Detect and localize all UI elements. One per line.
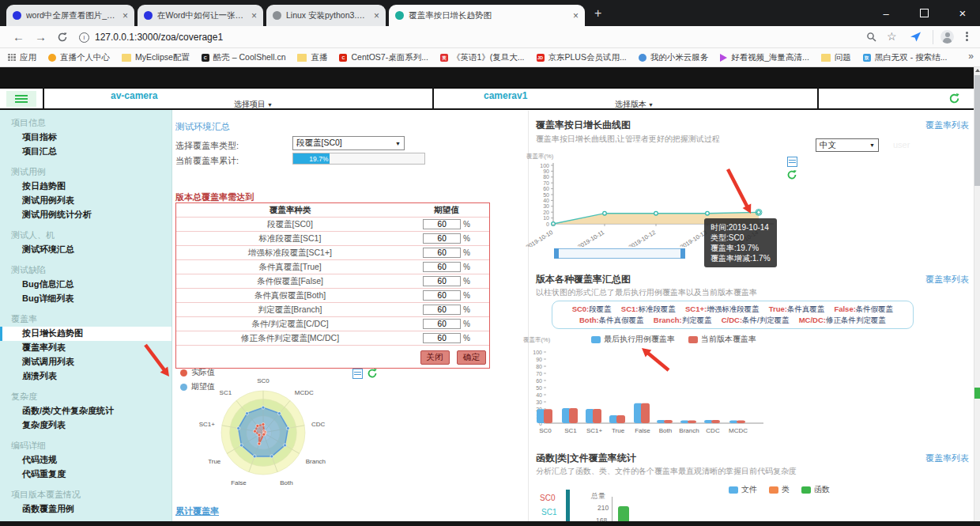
expected-value-input[interactable] xyxy=(423,262,461,272)
new-tab-button[interactable]: + xyxy=(594,6,601,21)
zoom-search-icon[interactable] xyxy=(866,32,877,43)
reload-icon[interactable] xyxy=(57,32,68,43)
bookmark-item[interactable]: 我的小米云服务 xyxy=(639,52,709,63)
sidebar-item[interactable]: 函数覆盖用例 xyxy=(0,502,172,517)
logout-link[interactable]: 注销 xyxy=(936,140,953,152)
browser-tab[interactable]: Linux 安装python3.7.0 - nonze× xyxy=(266,5,386,26)
expected-value-input[interactable] xyxy=(423,233,461,244)
close-button[interactable]: × xyxy=(945,0,980,26)
mini-row-label[interactable]: SC1 xyxy=(541,508,556,517)
minimize-button[interactable]: – xyxy=(869,1,903,27)
page-scrollbar[interactable] xyxy=(974,67,980,526)
sidebar-item[interactable]: 代码重复度 xyxy=(0,467,172,482)
expected-value-input[interactable] xyxy=(423,290,461,301)
refresh-icon[interactable] xyxy=(948,93,960,104)
expected-value-input[interactable] xyxy=(423,276,461,286)
project-selector[interactable]: 选择项目 ▼ xyxy=(234,99,273,110)
bookmark-item[interactable]: 英《英语1》(复旦大... xyxy=(440,52,525,63)
bookmark-item[interactable]: MyEclipse配置 xyxy=(122,52,190,63)
datazoom-slider[interactable] xyxy=(555,248,684,259)
expected-value-input[interactable] xyxy=(423,248,461,258)
browser-tab[interactable]: 在Word中如何让一张图片全屏显× xyxy=(138,5,263,26)
project-name-link[interactable]: av-camera xyxy=(111,90,157,101)
version-selector[interactable]: 选择版本 ▼ xyxy=(615,99,654,110)
sidebar-item[interactable]: Bug详细列表 xyxy=(0,292,172,306)
coverage-list-link[interactable]: 覆盖率列表 xyxy=(925,274,969,286)
sidebar-item[interactable]: 测试用例统计分析 xyxy=(0,208,172,222)
slider-handle-right[interactable] xyxy=(680,248,685,259)
env-summary-link[interactable]: 测试环境汇总 xyxy=(175,121,230,133)
bookmark-item[interactable]: 直播个人中心 xyxy=(48,52,110,63)
expected-value-input[interactable] xyxy=(423,333,461,343)
sidebar-item[interactable]: 项目汇总 xyxy=(0,145,172,159)
confirm-button[interactable]: 确定 xyxy=(457,350,486,365)
bookmark-label: 应用 xyxy=(20,52,36,63)
unit-label: % xyxy=(461,263,470,271)
coverage-list-link[interactable]: 覆盖率列表 xyxy=(925,119,969,131)
version-name-link[interactable]: camerav1 xyxy=(484,90,527,101)
language-select[interactable]: 中文 ▼ xyxy=(816,138,879,152)
refresh-icon[interactable] xyxy=(786,169,797,180)
browser-tab[interactable]: word中全屏查看图片_百度搜索× xyxy=(6,5,134,26)
profile-avatar[interactable] xyxy=(940,30,954,44)
tab-close-icon[interactable]: × xyxy=(251,11,257,21)
target-table-title[interactable]: 版本总覆盖率需达到 xyxy=(175,191,254,203)
browser-tab[interactable]: 覆盖率按日增长趋势图× xyxy=(389,5,585,26)
expected-value-input[interactable] xyxy=(423,305,461,315)
expected-value-input[interactable] xyxy=(423,319,461,329)
bookmark-item[interactable]: C酷壳 – CoolShell.cn xyxy=(202,52,286,63)
expected-value-input[interactable] xyxy=(423,219,461,229)
username[interactable]: user xyxy=(893,140,910,149)
bookmark-item[interactable]: 好看视频_海量高清... xyxy=(720,52,809,63)
menu-toggle-icon[interactable] xyxy=(6,91,36,107)
tab-close-icon[interactable]: × xyxy=(573,11,579,21)
refresh-icon[interactable] xyxy=(367,368,378,379)
slider-handle-left[interactable] xyxy=(554,248,559,259)
bookmarks-overflow-icon[interactable]: » xyxy=(968,51,974,62)
mini-row-label[interactable]: SC0 xyxy=(540,494,555,502)
sidebar-item[interactable]: 复杂度列表 xyxy=(0,418,172,433)
legend-item[interactable]: 当前版本覆盖率 xyxy=(688,334,756,345)
bookmark-item[interactable]: CCentOS7-桌面系列... xyxy=(339,52,428,63)
bookmark-item[interactable]: 应用 xyxy=(8,52,36,63)
legend-item[interactable]: 文件 xyxy=(729,484,757,495)
bookmark-item[interactable]: 直播 xyxy=(297,52,327,63)
sidebar-item[interactable]: 按日趋势图 xyxy=(0,180,172,194)
scrollbar-thumb[interactable] xyxy=(974,75,980,186)
legend-item[interactable]: 函数 xyxy=(801,484,830,495)
forward-icon[interactable]: → xyxy=(35,31,47,43)
sidebar-item[interactable]: 项目指标 xyxy=(0,131,172,145)
tab-close-icon[interactable]: × xyxy=(122,11,128,21)
data-view-icon[interactable] xyxy=(352,369,363,379)
sidebar-item[interactable]: 崩溃列表 xyxy=(0,369,172,384)
extension-icon[interactable] xyxy=(910,32,922,43)
legend-item[interactable]: 类 xyxy=(769,484,790,495)
bookmark-item[interactable]: 双黑白无双 - 搜索结... xyxy=(863,52,948,63)
bookmark-item[interactable]: JD京东PLUS会员试用... xyxy=(537,52,627,63)
bookmark-star-icon[interactable]: ☆ xyxy=(887,30,897,43)
scroll-up-icon[interactable] xyxy=(975,69,980,72)
sidebar-item[interactable]: 函数/类/文件复杂度统计 xyxy=(0,404,172,418)
cumulative-coverage-link[interactable]: 累计覆盖率 xyxy=(175,505,219,517)
sidebar-item[interactable]: Bug信息汇总 xyxy=(0,278,172,292)
legend-item[interactable]: 最后执行用例覆盖率 xyxy=(591,334,675,345)
address-bar[interactable]: 127.0.0.1:3000/zoa/coverage1 xyxy=(95,32,223,43)
sidebar-item[interactable]: 测试用例列表 xyxy=(0,194,172,208)
tab-close-icon[interactable]: × xyxy=(374,11,379,21)
browser-menu-icon[interactable] xyxy=(966,30,968,42)
tooltip-line: 类型:SC0 xyxy=(710,233,771,243)
back-icon[interactable]: ← xyxy=(13,31,24,43)
sidebar-item[interactable]: 测试调用列表 xyxy=(0,355,172,369)
sidebar-item[interactable]: 代码违规 xyxy=(0,453,172,467)
maximize-button[interactable] xyxy=(907,0,942,26)
sidebar-item[interactable]: 按日增长趋势图 xyxy=(0,327,172,341)
page-info-icon[interactable]: i xyxy=(79,32,89,43)
bookmark-item[interactable]: 问题 xyxy=(821,52,851,63)
sidebar-item[interactable]: 覆盖率列表 xyxy=(0,341,172,355)
close-button[interactable]: 关闭 xyxy=(420,350,450,365)
data-view-icon[interactable] xyxy=(787,157,797,167)
coverage-type-select[interactable]: 段覆盖[SC0] ▼ xyxy=(292,136,405,150)
coverage-list-link[interactable]: 覆盖率列表 xyxy=(925,452,969,464)
bookmark-favicon: C xyxy=(339,54,347,62)
sidebar-item[interactable]: 测试环境汇总 xyxy=(0,243,172,257)
